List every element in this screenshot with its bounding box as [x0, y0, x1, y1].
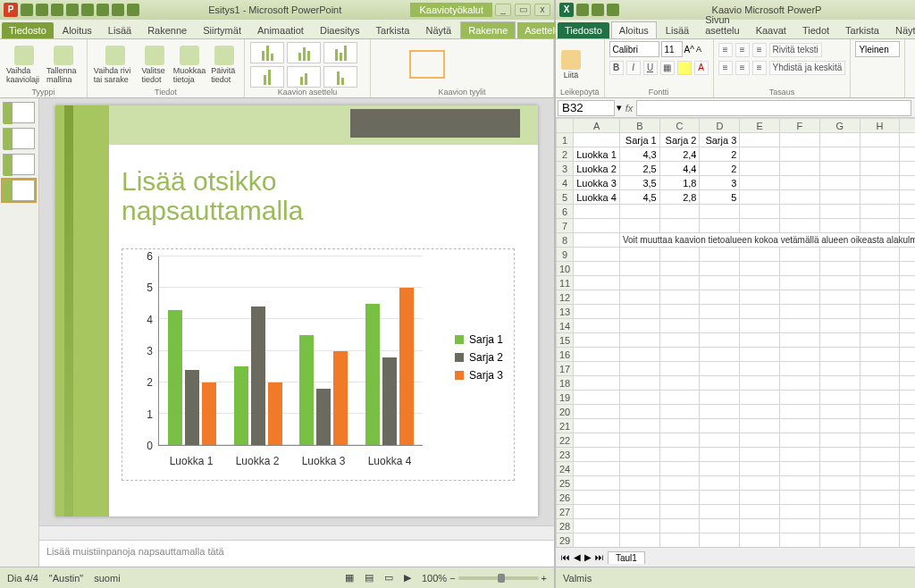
underline-button[interactable]: U [643, 61, 658, 75]
view-reading-icon[interactable]: ▭ [384, 572, 393, 584]
tab-chart-design[interactable]: Rakenne [460, 21, 516, 38]
slide-canvas[interactable]: Lisää otsikko napsauttamalla 0123456 Luo… [39, 98, 554, 525]
zoom-control[interactable]: 100% −+ [422, 573, 547, 584]
switch-row-col-button[interactable]: Vaihda rivi tai sarake [93, 45, 138, 85]
select-data-button[interactable]: Valitse tiedot [141, 45, 169, 85]
align-center-icon[interactable]: ≡ [735, 61, 750, 75]
minimize-button[interactable]: _ [495, 4, 511, 16]
merge-center-button[interactable]: Yhdistä ja keskitä [769, 61, 846, 75]
tab-insert[interactable]: Lisää [101, 22, 139, 38]
tab-data[interactable]: Tiedot [795, 22, 836, 38]
italic-button[interactable]: I [626, 61, 641, 75]
group-data: Tiedot [93, 88, 239, 97]
qat-icon[interactable] [81, 4, 94, 16]
style-thumb[interactable] [516, 52, 548, 77]
maximize-button[interactable]: ▭ [515, 4, 531, 16]
chart-object[interactable]: 0123456 Luokka 1Luokka 2Luokka 3Luokka 4… [122, 248, 515, 481]
formula-input[interactable] [636, 100, 911, 116]
tab-transitions[interactable]: Siirtymät [196, 22, 248, 38]
tab-view[interactable]: Näytä [888, 22, 915, 38]
tab-home[interactable]: Aloitus [611, 21, 657, 38]
view-normal-icon[interactable]: ▦ [345, 572, 354, 584]
tab-pagelayout[interactable]: Sivun asettelu [698, 12, 747, 38]
edit-data-button[interactable]: Muokkaa tietoja [172, 45, 207, 85]
layout-thumb[interactable] [287, 66, 321, 88]
layout-thumb[interactable] [287, 42, 321, 63]
tab-nav-first-icon[interactable]: ⏮ [561, 552, 570, 562]
tab-review[interactable]: Tarkista [838, 22, 886, 38]
tab-home[interactable]: Aloitus [55, 22, 99, 38]
tab-insert[interactable]: Lisää [659, 22, 696, 38]
align-top-icon[interactable]: ≡ [718, 43, 733, 57]
layout-thumb[interactable] [250, 42, 284, 63]
slide-thumb[interactable] [3, 128, 35, 149]
save-icon[interactable] [576, 4, 589, 16]
tab-view[interactable]: Näytä [418, 22, 458, 38]
wrap-text-button[interactable]: Rivitä teksti [769, 43, 822, 57]
view-sorter-icon[interactable]: ▤ [365, 572, 374, 584]
qat-icon[interactable] [112, 4, 124, 16]
qat-icon[interactable] [66, 4, 79, 16]
tab-file[interactable]: Tiedosto [558, 22, 609, 38]
font-size-input[interactable] [661, 41, 683, 57]
font-name-input[interactable] [609, 41, 659, 57]
tab-nav-next-icon[interactable]: ▶ [584, 552, 592, 562]
qat-icon[interactable] [127, 4, 139, 16]
fx-icon[interactable]: fx [622, 103, 636, 113]
style-thumb[interactable] [376, 52, 408, 77]
number-format-select[interactable] [855, 41, 900, 57]
fill-color-button[interactable] [677, 61, 692, 75]
change-chart-type-button[interactable]: Vaihda kaaviolaji [5, 45, 42, 85]
tab-review[interactable]: Tarkista [369, 22, 417, 38]
tab-formulas[interactable]: Kaavat [749, 22, 793, 38]
select-icon [145, 46, 164, 65]
align-bottom-icon[interactable]: ≡ [752, 43, 767, 57]
tab-file[interactable]: Tiedosto [2, 22, 54, 38]
redo-icon[interactable] [607, 4, 619, 16]
group-font: Fontti [609, 88, 709, 97]
tab-nav-prev-icon[interactable]: ◀ [574, 552, 581, 562]
sheet-tab[interactable]: Taul1 [608, 551, 645, 564]
border-button[interactable]: ▦ [660, 61, 675, 75]
qat-icon[interactable] [97, 4, 109, 16]
style-thumb[interactable] [481, 52, 513, 77]
notes-pane[interactable]: Lisää muistiinpanoja napsauttamalla tätä [39, 540, 554, 567]
align-left-icon[interactable]: ≡ [718, 61, 733, 75]
tab-nav-last-icon[interactable]: ⏭ [595, 552, 604, 562]
bold-button[interactable]: B [609, 61, 624, 75]
shrink-font-icon[interactable]: A [696, 45, 701, 54]
tab-animations[interactable]: Animaatiot [250, 22, 311, 38]
refresh-data-button[interactable]: Päivitä tiedot [210, 45, 239, 85]
slide-thumb[interactable] [3, 180, 35, 201]
layout-thumb[interactable] [250, 66, 284, 88]
slide[interactable]: Lisää otsikko napsauttamalla 0123456 Luo… [55, 105, 538, 517]
save-template-button[interactable]: Tallenna mallina [46, 45, 81, 85]
chart-layout-gallery[interactable] [250, 42, 365, 88]
redo-icon[interactable] [51, 4, 63, 16]
tab-slideshow[interactable]: Diaesitys [313, 22, 367, 38]
slide-title-placeholder[interactable]: Lisää otsikko napsauttamalla [122, 166, 303, 225]
save-icon[interactable] [21, 4, 33, 16]
spreadsheet-grid[interactable]: ABCDEFGHI1Sarja 1Sarja 2Sarja 32Luokka 1… [556, 118, 915, 547]
horizontal-scrollbar[interactable] [39, 525, 554, 540]
close-button[interactable]: x [534, 4, 550, 16]
font-color-button[interactable]: A [694, 61, 709, 75]
grow-font-icon[interactable]: A^ [684, 45, 694, 55]
chart-style-gallery[interactable] [376, 52, 548, 77]
tab-design[interactable]: Rakenne [140, 22, 194, 38]
layout-thumb[interactable] [323, 42, 357, 63]
align-middle-icon[interactable]: ≡ [735, 43, 750, 57]
paste-button[interactable]: Liitä [560, 49, 582, 80]
slide-thumb[interactable] [3, 154, 35, 175]
layout-thumb[interactable] [323, 66, 357, 88]
align-right-icon[interactable]: ≡ [752, 61, 767, 75]
style-thumb[interactable] [446, 52, 478, 77]
style-thumb[interactable] [411, 52, 443, 77]
undo-icon[interactable] [36, 4, 48, 16]
name-box[interactable] [558, 100, 615, 116]
quick-access-toolbar [576, 4, 619, 16]
slide-thumb[interactable] [3, 102, 35, 123]
view-slideshow-icon[interactable]: ▶ [404, 572, 411, 584]
undo-icon[interactable] [592, 4, 604, 16]
ppt-statusbar: Dia 4/4 "Austin" suomi ▦ ▤ ▭ ▶ 100% −+ [0, 567, 554, 588]
